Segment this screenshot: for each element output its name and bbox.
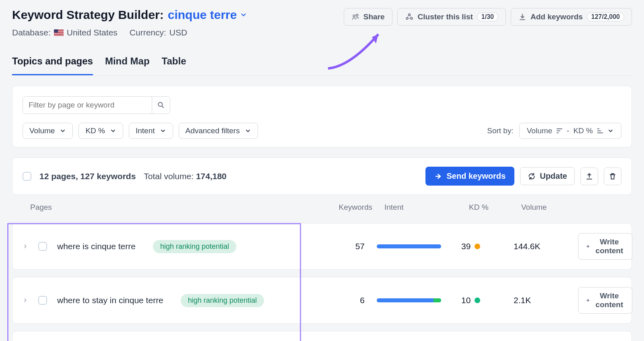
- arrow-icon: [586, 243, 590, 250]
- svg-point-2: [408, 14, 410, 16]
- send-icon: [434, 172, 442, 180]
- kd-filter[interactable]: KD %: [78, 123, 123, 139]
- us-flag-icon: [54, 29, 64, 36]
- project-name-dropdown[interactable]: cinque terre: [168, 8, 248, 22]
- share-icon: [351, 13, 359, 21]
- add-keywords-button[interactable]: Add keywords 127/2,000: [511, 8, 632, 26]
- sortby-label: Sort by:: [487, 126, 513, 135]
- table-row: florence to cinque terre high ranking po…: [12, 331, 632, 341]
- select-all-checkbox[interactable]: [23, 172, 31, 181]
- write-content-button[interactable]: Write content: [578, 287, 632, 314]
- intent-bar: [377, 298, 441, 302]
- column-kd[interactable]: KD %: [465, 203, 521, 212]
- currency-label: Currency:: [130, 28, 166, 37]
- svg-point-5: [158, 102, 162, 106]
- delete-button[interactable]: [604, 167, 621, 185]
- intent-cell: [377, 244, 457, 248]
- search-button[interactable]: [152, 97, 170, 114]
- filter-input[interactable]: [23, 97, 152, 114]
- filter-searchbox[interactable]: [23, 96, 170, 114]
- volume-cell: 144.6K: [514, 242, 578, 251]
- keywords-count: 57: [312, 242, 377, 251]
- trash-icon: [609, 172, 617, 180]
- intent-cell: [377, 298, 457, 302]
- share-button[interactable]: Share: [344, 8, 392, 26]
- kd-indicator-dot: [475, 298, 480, 303]
- total-volume-label: Total volume:: [144, 172, 194, 181]
- refresh-icon: [528, 172, 536, 180]
- sort-desc-icon: [556, 128, 563, 134]
- update-button[interactable]: Update: [520, 167, 575, 185]
- svg-point-0: [353, 15, 355, 17]
- expand-row-chevron[interactable]: [23, 244, 28, 249]
- arrow-icon: [586, 297, 590, 304]
- chevron-down-icon: [240, 11, 247, 19]
- cluster-count-pill: 1/30: [477, 12, 498, 21]
- column-pages: Pages: [30, 203, 320, 212]
- svg-point-3: [406, 17, 408, 19]
- search-icon: [157, 101, 165, 109]
- row-checkbox[interactable]: [38, 242, 47, 251]
- sort-asc-icon: [597, 128, 603, 134]
- svg-point-4: [411, 17, 413, 19]
- currency-value: USD: [169, 28, 187, 37]
- pages-keywords-count: 12 pages, 127 keywords: [39, 172, 136, 181]
- ranking-potential-badge: high ranking potential: [181, 294, 264, 307]
- tab-mind-map[interactable]: Mind Map: [105, 52, 150, 75]
- column-volume[interactable]: Volume: [521, 203, 586, 212]
- sort-dropdown[interactable]: Volume - KD %: [519, 123, 621, 139]
- total-volume-value: 174,180: [196, 172, 227, 181]
- chevron-down-icon: [607, 128, 614, 134]
- table-row: where to stay in cinque terre high ranki…: [12, 277, 632, 324]
- kd-cell: 39: [457, 242, 514, 251]
- column-keywords[interactable]: Keywords: [320, 203, 384, 212]
- export-button[interactable]: [580, 167, 598, 185]
- page-title: Keyword Strategy Builder:: [12, 8, 164, 22]
- svg-point-1: [356, 14, 358, 16]
- tab-table[interactable]: Table: [162, 52, 186, 75]
- volume-filter[interactable]: Volume: [23, 123, 73, 139]
- table-row: where is cinque terre high ranking poten…: [12, 223, 632, 270]
- upload-icon: [585, 172, 593, 180]
- add-keywords-count-pill: 127/2,000: [587, 12, 624, 21]
- intent-filter[interactable]: Intent: [129, 123, 173, 139]
- advanced-filters[interactable]: Advanced filters: [179, 123, 258, 139]
- download-icon: [518, 13, 526, 21]
- keywords-count: 6: [312, 296, 377, 305]
- kd-cell: 10: [457, 296, 514, 305]
- kd-indicator-dot: [475, 244, 480, 249]
- page-title-text[interactable]: where is cinque terre: [57, 242, 136, 251]
- database-value: United States: [67, 28, 118, 37]
- chevron-down-icon: [60, 128, 66, 134]
- ranking-potential-badge: high ranking potential: [153, 240, 236, 253]
- database-label: Database:: [12, 28, 51, 37]
- chevron-down-icon: [245, 128, 251, 134]
- write-content-button[interactable]: Write content: [578, 233, 632, 260]
- cluster-icon: [405, 12, 414, 21]
- column-intent[interactable]: Intent: [384, 203, 465, 212]
- row-checkbox[interactable]: [38, 296, 47, 305]
- intent-bar: [377, 244, 441, 248]
- volume-cell: 2.1K: [514, 296, 578, 305]
- chevron-down-icon: [160, 128, 166, 134]
- tab-topics-pages[interactable]: Topics and pages: [12, 52, 93, 75]
- chevron-down-icon: [110, 128, 116, 134]
- cluster-list-button[interactable]: Cluster this list 1/30: [397, 8, 506, 26]
- page-title-text[interactable]: where to stay in cinque terre: [57, 296, 163, 305]
- send-keywords-button[interactable]: Send keywords: [425, 167, 514, 186]
- expand-row-chevron[interactable]: [23, 298, 28, 303]
